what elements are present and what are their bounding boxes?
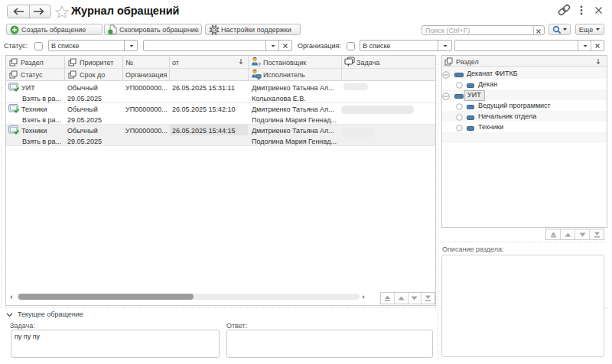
svg-text:?: ? (258, 61, 262, 68)
